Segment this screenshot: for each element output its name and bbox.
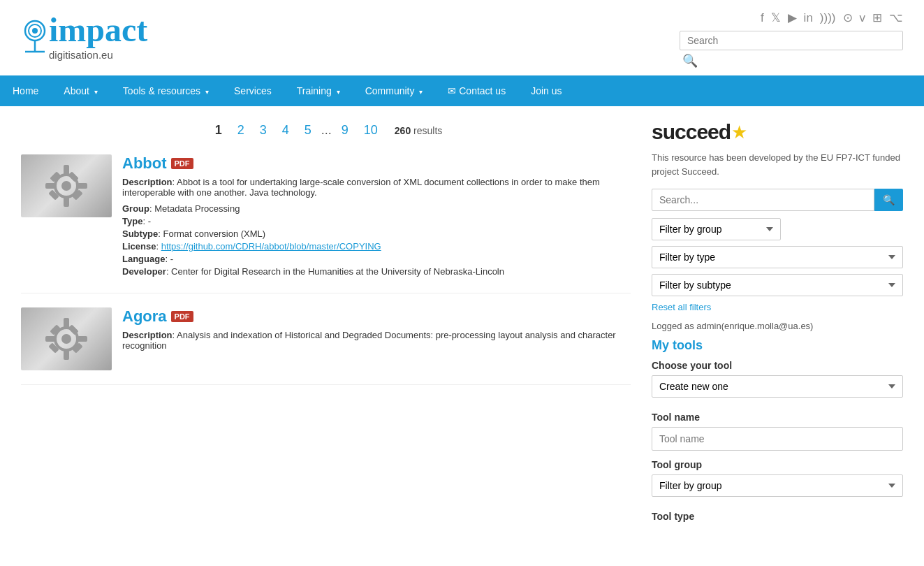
tool-thumbnail-abbot — [21, 154, 112, 217]
pagination: 1 2 3 4 5 ... 9 10 260 results — [21, 120, 631, 140]
search-input[interactable] — [680, 31, 903, 50]
svg-rect-11 — [50, 171, 61, 182]
tool-card-abbot: Abbot PDF Description: Abbot is a tool f… — [21, 154, 631, 293]
tool-title-agora: Agora PDF — [122, 307, 631, 326]
svg-rect-20 — [78, 336, 87, 342]
tool-group-abbot: Group: Metadata Processing — [122, 203, 631, 214]
nav-services[interactable]: Services — [221, 75, 284, 106]
succeed-text: succeed — [652, 120, 731, 144]
filter-by-type-select[interactable]: Filter by type — [652, 246, 903, 268]
svg-rect-7 — [64, 165, 69, 175]
filter-by-group-select[interactable]: Filter by group — [652, 218, 781, 240]
tool-info-abbot: Abbot PDF Description: Abbot is a tool f… — [122, 154, 631, 279]
svg-rect-12 — [72, 189, 83, 201]
svg-rect-9 — [45, 183, 55, 189]
nav-community[interactable]: Community ▾ — [353, 75, 436, 106]
flickr-icon[interactable]: ⊙ — [843, 10, 853, 25]
tool-type-label: Tool type — [652, 511, 903, 522]
sidebar-description: This resource has been developed by the … — [652, 151, 903, 178]
results-count: 260 results — [395, 125, 442, 136]
tool-name-agora[interactable]: Agora — [122, 307, 167, 326]
tool-thumbnail-img-agora — [21, 307, 112, 370]
training-dropdown-arrow: ▾ — [337, 88, 340, 96]
tool-language-abbot: Language: - — [122, 254, 631, 264]
tool-thumbnail-agora — [21, 307, 112, 370]
page-5[interactable]: 5 — [299, 120, 317, 140]
svg-rect-19 — [45, 336, 55, 342]
social-icons: f 𝕏 ▶ in )))) ⊙ v ⊞ ⌥ — [761, 10, 903, 25]
gear-svg-agora — [38, 311, 94, 367]
page-2[interactable]: 2 — [232, 120, 250, 140]
tool-name-label: Tool name — [652, 412, 903, 423]
nav-home[interactable]: Home — [0, 75, 51, 106]
svg-rect-18 — [64, 350, 69, 360]
svg-point-2 — [32, 28, 38, 34]
rss-icon[interactable]: )))) — [820, 11, 836, 25]
tool-desc-agora: Description: Analysis and indexation of … — [122, 330, 631, 351]
page-header: impact digitisation.eu f 𝕏 ▶ in )))) ⊙ v… — [0, 0, 924, 75]
facebook-icon[interactable]: f — [761, 11, 764, 25]
svg-rect-21 — [50, 324, 61, 335]
choose-tool-select[interactable]: Create new one — [652, 375, 903, 398]
linkedin-icon[interactable]: in — [804, 11, 813, 25]
nav-join[interactable]: Join us — [518, 75, 574, 106]
logo-icon — [21, 18, 49, 53]
tool-name-abbot[interactable]: Abbot — [122, 154, 167, 173]
tool-badge-abbot: PDF — [171, 158, 193, 169]
nav-training[interactable]: Training ▾ — [284, 75, 353, 106]
logo-brand: impact — [49, 10, 147, 49]
navbar: Home About ▾ Tools & resources ▾ Service… — [0, 75, 924, 106]
tool-desc-abbot: Description: Abbot is a tool for underta… — [122, 177, 631, 198]
page-3[interactable]: 3 — [254, 120, 272, 140]
tool-developer-abbot: Developer: Center for Digital Research i… — [122, 266, 631, 277]
about-dropdown-arrow: ▾ — [94, 88, 98, 96]
tool-subtype-abbot: Subtype: Format conversion (XML) — [122, 228, 631, 239]
tool-license-abbot: License: https://github.com/CDRH/abbot/b… — [122, 241, 631, 252]
tool-info-agora: Agora PDF Description: Analysis and inde… — [122, 307, 631, 370]
search-button[interactable]: 🔍 — [680, 53, 698, 68]
choose-tool-label: Choose your tool — [652, 360, 903, 371]
svg-point-6 — [61, 181, 71, 191]
logo-wrapper[interactable]: impact digitisation.eu — [21, 10, 147, 61]
twitter-icon[interactable]: 𝕏 — [771, 10, 781, 25]
left-content: 1 2 3 4 5 ... 9 10 260 results — [21, 120, 631, 526]
svg-rect-8 — [64, 197, 69, 207]
tool-license-link-abbot[interactable]: https://github.com/CDRH/abbot/blob/maste… — [161, 241, 381, 252]
header-right: f 𝕏 ▶ in )))) ⊙ v ⊞ ⌥ 🔍 — [680, 10, 903, 68]
page-10[interactable]: 10 — [358, 120, 383, 140]
tool-name-input[interactable] — [652, 427, 903, 451]
gear-svg-abbot — [38, 158, 94, 214]
svg-rect-22 — [72, 342, 83, 354]
nav-contact[interactable]: ✉ Contact us — [435, 75, 518, 106]
right-sidebar: succeed★ This resource has been develope… — [652, 120, 903, 526]
logo-sub: digitisation.eu — [49, 49, 147, 61]
page-1[interactable]: 1 — [210, 120, 228, 140]
pagination-ellipsis: ... — [321, 123, 332, 138]
tool-group-select[interactable]: Filter by group — [652, 474, 903, 497]
youtube-icon[interactable]: ▶ — [788, 10, 797, 25]
tool-group-label: Tool group — [652, 459, 903, 470]
succeed-logo: succeed★ — [652, 120, 903, 144]
tools-dropdown-arrow: ▾ — [205, 88, 209, 96]
github-icon[interactable]: ⌥ — [889, 10, 903, 25]
logged-as-text: Logged as admin(enrique.molla@ua.es) — [652, 321, 903, 331]
tool-card-agora: Agora PDF Description: Analysis and inde… — [21, 307, 631, 385]
community-dropdown-arrow: ▾ — [419, 88, 423, 96]
page-4[interactable]: 4 — [277, 120, 295, 140]
tool-type-abbot: Type: - — [122, 216, 631, 226]
nav-about[interactable]: About ▾ — [51, 75, 110, 106]
sidebar-search-button[interactable]: 🔍 — [874, 189, 903, 211]
main-content: 1 2 3 4 5 ... 9 10 260 results — [0, 106, 924, 540]
tool-badge-agora: PDF — [171, 311, 193, 322]
my-tools-title: My tools — [652, 338, 903, 353]
logo-area: impact digitisation.eu — [21, 10, 147, 61]
slideshare-icon[interactable]: ⊞ — [872, 10, 882, 25]
sidebar-search-input[interactable] — [652, 189, 874, 211]
reset-filters-link[interactable]: Reset all filters — [652, 302, 903, 312]
filter-by-subtype-select[interactable]: Filter by subtype — [652, 274, 903, 296]
vimeo-icon[interactable]: v — [860, 11, 866, 25]
tool-thumbnail-img-abbot — [21, 154, 112, 217]
nav-tools-resources[interactable]: Tools & resources ▾ — [110, 75, 221, 106]
page-9[interactable]: 9 — [336, 120, 354, 140]
tool-title-abbot: Abbot PDF — [122, 154, 631, 173]
